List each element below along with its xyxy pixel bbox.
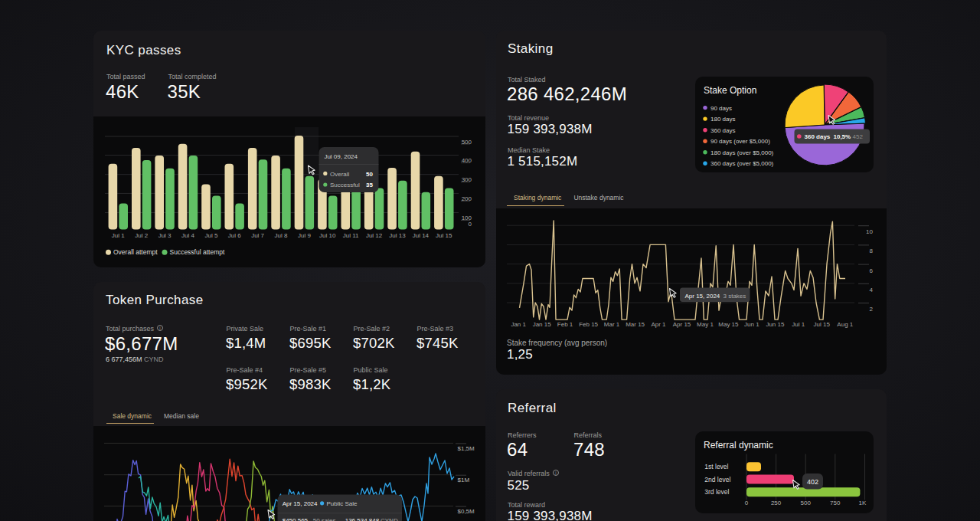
svg-text:402: 402 <box>807 478 818 486</box>
svg-text:Successful: Successful <box>330 182 360 188</box>
svg-text:Overall: Overall <box>330 171 350 178</box>
svg-text:Jul 09, 2024: Jul 09, 2024 <box>324 153 358 160</box>
svg-text:35: 35 <box>366 182 373 188</box>
svg-text:Apr 15, 2024: Apr 15, 2024 <box>283 500 318 507</box>
svg-text:10,5%: 10,5% <box>834 133 851 140</box>
svg-text:3 stakes: 3 stakes <box>724 293 746 300</box>
svg-text:136 534,848: 136 534,848 <box>345 517 380 521</box>
svg-text:360 days: 360 days <box>805 133 831 140</box>
svg-text:50: 50 <box>366 171 373 178</box>
svg-text:$450,565: $450,565 <box>283 517 309 521</box>
svg-text:50 sales: 50 sales <box>313 517 336 521</box>
svg-text:452: 452 <box>853 133 864 140</box>
svg-text:Public Sale: Public Sale <box>327 500 358 507</box>
svg-text:CYND: CYND <box>381 517 398 521</box>
svg-text:Apr 15, 2024: Apr 15, 2024 <box>685 293 720 300</box>
